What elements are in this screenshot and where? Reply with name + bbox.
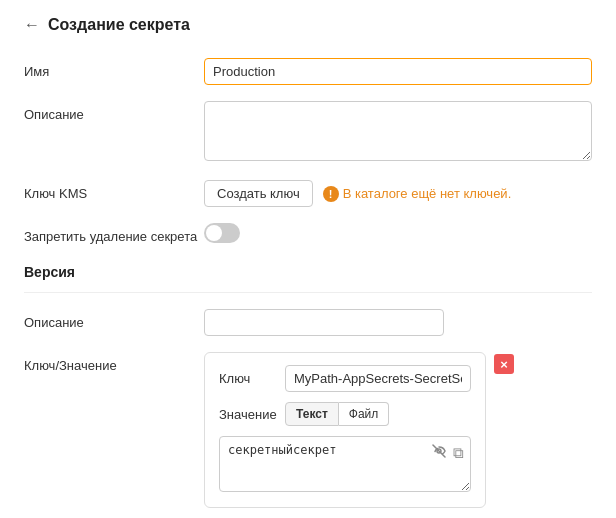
value-type-buttons: Текст Файл — [285, 402, 389, 426]
warning-icon: ! — [323, 186, 339, 202]
value-type-file-button[interactable]: Файл — [339, 402, 390, 426]
name-field-wrapper — [204, 58, 592, 85]
value-textarea-wrapper: секретныйсекрет ⧉ — [219, 436, 471, 495]
name-row: Имя — [24, 58, 592, 85]
description-field-wrapper — [204, 101, 592, 164]
version-description-field-wrapper — [204, 309, 592, 336]
page-title: Создание секрета — [48, 16, 190, 34]
back-button[interactable]: ← — [24, 16, 40, 34]
kms-row: Ключ KMS Создать ключ ! В каталоге ещё н… — [24, 180, 592, 207]
version-description-row: Описание — [24, 309, 592, 336]
version-description-input[interactable] — [204, 309, 444, 336]
description-row: Описание — [24, 101, 592, 164]
version-section-title: Версия — [24, 264, 592, 280]
divider — [24, 292, 592, 293]
page-header: ← Создание секрета — [24, 16, 592, 34]
kms-warning: ! В каталоге ещё нет ключей. — [323, 186, 512, 202]
delete-protection-toggle[interactable] — [204, 223, 240, 243]
kms-label: Ключ KMS — [24, 180, 204, 201]
create-key-button[interactable]: Создать ключ — [204, 180, 313, 207]
kms-warning-text: В каталоге ещё нет ключей. — [343, 186, 512, 201]
delete-protection-row: Запретить удаление секрета — [24, 223, 592, 244]
key-input[interactable] — [285, 365, 471, 392]
value-type-row: Значение Текст Файл — [219, 402, 471, 426]
description-input[interactable] — [204, 101, 592, 161]
copy-button[interactable]: ⧉ — [452, 442, 465, 463]
name-label: Имя — [24, 58, 204, 79]
toggle-slider — [204, 223, 240, 243]
value-action-icons: ⧉ — [430, 442, 465, 463]
remove-kv-button[interactable]: × — [494, 354, 514, 374]
kv-row: Ключ/Значение Ключ Значение Текст Файл — [24, 352, 592, 508]
value-field-label: Значение — [219, 407, 277, 422]
kv-outer: Ключ Значение Текст Файл секретныйсекрет — [204, 352, 592, 508]
key-row: Ключ — [219, 365, 471, 392]
description-label: Описание — [24, 101, 204, 122]
delete-protection-toggle-wrapper — [204, 223, 592, 243]
kms-field-wrapper: Создать ключ ! В каталоге ещё нет ключей… — [204, 180, 592, 207]
toggle-visibility-button[interactable] — [430, 442, 448, 463]
kv-label: Ключ/Значение — [24, 352, 204, 373]
delete-protection-label: Запретить удаление секрета — [24, 223, 204, 244]
key-field-label: Ключ — [219, 371, 277, 386]
version-description-label: Описание — [24, 309, 204, 330]
value-type-text-button[interactable]: Текст — [285, 402, 339, 426]
kv-block: Ключ Значение Текст Файл секретныйсекрет — [204, 352, 486, 508]
eye-slash-icon — [431, 443, 447, 459]
name-input[interactable] — [204, 58, 592, 85]
